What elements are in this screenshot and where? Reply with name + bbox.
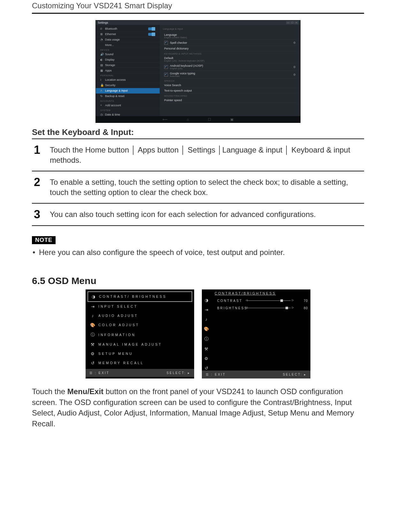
settings-icon[interactable]: ⚙ [293,41,296,44]
row-language[interactable]: LanguageEnglish (United States) [163,32,297,40]
osd-item-setup[interactable]: ⚙SETUP MENU [88,349,192,358]
color-icon: 🎨 [90,323,95,327]
input-icon: ⇥ [90,304,95,309]
sidebar-item-security[interactable]: 🔒Security [96,83,160,88]
row-android-kb[interactable]: Android keyboard (AOSP)English (US)⚙ [163,63,297,71]
row-label: Spell checker [170,41,187,44]
row-tts[interactable]: Text-to-speech output [163,88,297,94]
osd-menu-main: ◑CONTRAST/ BRIGHTNESS ⇥INPUT SELECT ♪AUD… [86,289,194,378]
sidebar-item-apps[interactable]: ▦Apps [96,68,160,73]
checkbox-icon[interactable] [164,65,168,69]
checkbox-icon[interactable] [164,41,168,45]
section-speech: SPEECH [163,79,297,83]
row-label: Pointer speed [164,99,182,102]
row-personal-dict[interactable]: Personal dictionary [163,46,297,51]
osd-slider-brightness[interactable]: BRIGHTNESS ◁▷ 80 [217,304,308,312]
settings-icon[interactable]: ⚙ [293,65,296,69]
sidebar-item-display[interactable]: ◐Display [96,57,160,63]
screenshot-icon[interactable]: ▣ [230,117,233,122]
osd-item-label: MANUAL IMAGE ADJUST [98,342,162,346]
osd-item-label: CONTRAST/ BRIGHTNESS [99,295,167,298]
info-icon: ⓘ [204,336,209,342]
osd2-icon-col: ◑ ⇥ ♪ 🎨 ⓘ ⚒ ⚙ ↺ [202,296,215,371]
osd-item-label: COLOR ADJUST [98,323,140,327]
settings-icon[interactable]: ⚙ [293,73,296,76]
row-label: Android keyboard (AOSP) [170,64,203,67]
sidebar-label: Security [105,84,116,87]
sidebar-item-bluetooth[interactable]: ⎚Bluetooth [96,26,160,32]
step-row: 1 Touch the Home button │ Apps button │ … [32,139,364,171]
select-icon: ▸ [304,373,307,376]
osd-item-contrast[interactable]: ◑CONTRAST/ BRIGHTNESS [88,291,192,302]
sidebar-label: Storage [105,64,115,67]
osd-item-audio[interactable]: ♪AUDIO ADJUST [88,311,192,320]
slider-track[interactable]: ◁▷ [247,307,298,309]
cap-right-icon: ▷ [292,299,294,302]
home-icon[interactable]: ⌂ [187,117,189,121]
sidebar-item-datetime[interactable]: ◷Date & time [96,112,160,116]
osd-item-info[interactable]: ⓘINFORMATION [88,330,192,340]
osd-item-label: MEMORY RECALL [98,361,144,365]
note-bullets: Here you can also configure the speech o… [32,247,364,258]
sidebar-item-language[interactable]: ALanguage & input [96,88,160,94]
recall-icon: ↺ [204,366,209,371]
row-label: Personal dictionary [164,47,189,50]
sidebar-label: Bluetooth [105,27,117,30]
sidebar-item-location[interactable]: ⟟Location access [96,77,160,83]
osd-item-memory[interactable]: ↺MEMORY RECALL [88,358,192,368]
toggle-icon[interactable] [148,33,155,36]
osd2-title: CONTRAST/BRIGHTNESS [202,289,310,296]
sidebar-item-storage[interactable]: ▤Storage [96,63,160,68]
section-title-keyboard: Set the Keyboard & Input: [32,127,364,137]
row-pointer[interactable]: Pointer speed [163,98,297,103]
row-sub: English (US) [170,67,203,70]
sidebar-label: Date & time [105,113,120,116]
step-row: 3 You can also touch setting icon for ea… [32,204,364,226]
sidebar-item-more[interactable]: More... [96,42,160,48]
slider-knob[interactable] [280,299,283,302]
sidebar-label: Display [105,58,115,61]
menu-icon: ☰ [206,373,209,376]
osd-body-paragraph: Touch the Menu/Exit button on the front … [32,386,364,429]
contrast-icon: ◑ [91,294,96,299]
sidebar-item-addacct[interactable]: +Add account [96,103,160,108]
input-icon: ⇥ [204,307,209,312]
android-sidebar: ⎚Bluetooth ⊞Ethernet ◔Data usage More...… [96,25,160,116]
step-row: 2 To enable a setting, touch the setting… [32,171,364,204]
row-google-voice[interactable]: Google voice typingAutomatic⚙ [163,71,297,79]
osd-item-label: AUDIO ADJUST [98,314,138,318]
slider-track[interactable]: ◁▷ [247,299,298,302]
sidebar-item-sound[interactable]: 🔊Sound [96,52,160,57]
android-settings-screenshot: Settings —□× ⎚Bluetooth ⊞Ethernet ◔Data … [95,20,301,123]
select-label: SELECT: [283,373,302,376]
manual-icon: ⚒ [204,347,209,351]
setup-icon: ⚙ [204,356,209,361]
osd-item-input[interactable]: ⇥INPUT SELECT [88,302,192,311]
row-spell[interactable]: Spell checker⚙ [163,40,297,46]
step-number: 2 [34,176,50,188]
audio-icon: ♪ [90,313,95,318]
step-text: You can also touch setting icon for each… [50,209,316,220]
sidebar-item-data[interactable]: ◔Data usage [96,37,160,42]
step-text: Touch the Home button │ Apps button │ Se… [50,144,362,166]
sidebar-label: Sound [105,53,113,56]
sidebar-label: Language & input [105,89,128,92]
osd-slider-contrast[interactable]: CONTRAST ◁▷ 70 [217,297,308,304]
osd-item-manual[interactable]: ⚒MANUAL IMAGE ADJUST [88,340,192,349]
section-system: SYSTEM [96,108,160,112]
row-voice-search[interactable]: Voice Search [163,83,297,88]
sidebar-item-backup[interactable]: ↻Backup & reset [96,94,160,99]
setup-icon: ⚙ [90,351,95,356]
step-text: To enable a setting, touch the setting o… [50,176,362,198]
window-controls: —□× [286,21,298,24]
toggle-icon[interactable] [148,27,155,30]
back-icon[interactable]: ⟵ [163,117,168,122]
slider-knob[interactable] [286,307,288,309]
row-default[interactable]: DefaultEnglish (US) - Android keyboard (… [163,56,297,63]
osd-item-color[interactable]: 🎨COLOR ADJUST [88,320,192,330]
sidebar-item-ethernet[interactable]: ⊞Ethernet [96,32,160,37]
row-label: Default [164,56,204,60]
steps-list: 1 Touch the Home button │ Apps button │ … [32,139,364,226]
checkbox-icon[interactable] [164,73,168,77]
recents-icon[interactable]: ☐ [208,117,211,122]
